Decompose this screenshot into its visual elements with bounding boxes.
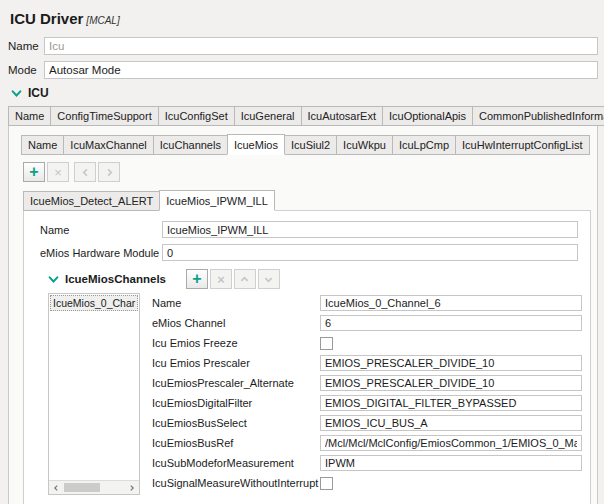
chevron-down-icon [264, 275, 273, 284]
tab-iculpcmp[interactable]: IcuLpCmp [392, 135, 456, 155]
emios-instance-panel: Name eMios Hardware Module IcueMiosChann… [23, 210, 591, 504]
signal-measure-without-interrupt-checkbox[interactable] [320, 477, 333, 490]
tab-name-l1[interactable]: Name [8, 106, 51, 126]
tab-icusiul2[interactable]: IcuSiul2 [284, 135, 337, 155]
add-channel-button[interactable]: + [186, 269, 208, 289]
digital-filter-label: IcuEmiosDigitalFilter [152, 397, 320, 409]
prescaler-alternate-row: IcuEmiosPrescaler_Alternate [152, 373, 582, 393]
add-button[interactable]: + [23, 162, 45, 182]
bus-ref-input[interactable] [320, 435, 582, 451]
delete-icon: × [54, 166, 62, 179]
icu-tab-content-panel: Name IcuMaxChannel IcuChannels IcueMios … [8, 125, 598, 504]
channels-toolbar: + × [186, 269, 280, 289]
digital-filter-row: IcuEmiosDigitalFilter [152, 393, 582, 413]
hscroll-track[interactable] [63, 481, 125, 494]
channel-name-label: Name [152, 297, 320, 309]
emios-channel-input[interactable] [320, 315, 582, 331]
icu-emios-prescaler-row: Icu Emios Prescaler [152, 353, 582, 373]
channel-list-items: IcueMios_0_Char [49, 294, 139, 480]
page-subtitle: [MCAL] [86, 15, 119, 26]
chevron-up-icon [240, 275, 249, 284]
emios-name-row: Name [40, 221, 578, 238]
digital-filter-input[interactable] [320, 395, 582, 411]
bus-ref-label: IcuEmiosBusRef [152, 437, 320, 449]
page-title: ICU Driver[MCAL] [8, 8, 600, 37]
tab-icuemios-ipwm-ill[interactable]: IcueMios_IPWM_ILL [159, 190, 274, 211]
scroll-right-icon[interactable] [125, 481, 139, 494]
tab-icuemios-detect-alert[interactable]: IcueMios_Detect_ALERT [23, 191, 160, 211]
bus-select-row: IcuEmiosBusSelect [152, 413, 582, 433]
move-down-button[interactable] [258, 269, 280, 289]
mode-row: Mode [8, 61, 598, 79]
prescaler-alternate-input[interactable] [320, 375, 582, 391]
channels-section-label: IcueMiosChannels [65, 273, 166, 285]
name-row: Name [8, 37, 598, 55]
delete-icon: × [217, 273, 225, 286]
name-input[interactable] [44, 37, 598, 55]
emios-name-label: Name [40, 224, 162, 236]
name-label: Name [8, 40, 44, 52]
icu-emios-prescaler-label: Icu Emios Prescaler [152, 357, 320, 369]
chevron-left-icon [81, 168, 90, 177]
icu-section-header: ICU [11, 86, 600, 100]
list-item[interactable]: IcueMios_0_Char [50, 295, 138, 311]
icu-driver-editor: ICU Driver[MCAL] Name Mode ICU Name Conf… [0, 0, 604, 504]
channels-section-header: IcueMiosChannels + × [48, 269, 584, 289]
channel-list: IcueMios_0_Char [48, 293, 140, 495]
tab-configtimesupport[interactable]: ConfigTimeSupport [50, 106, 158, 126]
signal-measure-without-interrupt-label: IcuSignalMeasureWithoutInterrupt [152, 477, 320, 489]
emios-hw-module-input[interactable] [162, 244, 578, 261]
tab-icuconfigset[interactable]: IcuConfigSet [158, 106, 235, 126]
mode-input[interactable] [44, 61, 598, 79]
emios-toolbar: + × [23, 162, 591, 182]
scroll-left-icon[interactable] [49, 481, 63, 494]
tab-icuautosarext[interactable]: IcuAutosarExt [301, 106, 383, 126]
delete-channel-button[interactable]: × [210, 269, 232, 289]
submode-row: IcuSubModeforMeasurement [152, 453, 582, 473]
emios-instance-tabs: IcueMios_Detect_ALERT IcueMios_IPWM_ILL [15, 190, 591, 211]
chevron-down-icon[interactable] [48, 274, 59, 285]
channel-name-row: Name [152, 293, 582, 313]
tab-icumaxchannel[interactable]: IcuMaxChannel [63, 135, 153, 155]
signal-measure-without-interrupt-row: IcuSignalMeasureWithoutInterrupt [152, 473, 582, 493]
tab-name-l2[interactable]: Name [21, 135, 64, 155]
delete-button[interactable]: × [47, 162, 69, 182]
plus-icon: + [29, 164, 38, 180]
bus-select-input[interactable] [320, 415, 582, 431]
channel-list-hscrollbar[interactable] [49, 480, 139, 494]
icu-emios-prescaler-input[interactable] [320, 355, 582, 371]
tab-icuwkpu[interactable]: IcuWkpu [336, 135, 393, 155]
tab-icugeneral[interactable]: IcuGeneral [234, 106, 302, 126]
submode-input[interactable] [320, 455, 582, 471]
next-button[interactable] [98, 162, 120, 182]
prev-button[interactable] [74, 162, 96, 182]
emios-channel-row: eMios Channel [152, 313, 582, 333]
icu-tabs-level2: Name IcuMaxChannel IcuChannels IcueMios … [15, 134, 591, 155]
tab-commonpublishedinformation[interactable]: CommonPublishedInformation [472, 106, 604, 126]
emios-hw-module-label: eMios Hardware Module [40, 247, 162, 259]
move-up-button[interactable] [234, 269, 256, 289]
submode-label: IcuSubModeforMeasurement [152, 457, 320, 469]
page-title-text: ICU Driver [10, 10, 83, 27]
prescaler-alternate-label: IcuEmiosPrescaler_Alternate [152, 377, 320, 389]
emios-hw-module-row: eMios Hardware Module [40, 244, 578, 261]
tab-icuhwinterruptconfiglist[interactable]: IcuHwInterruptConfigList [455, 135, 589, 155]
icu-emios-freeze-label: Icu Emios Freeze [152, 337, 320, 349]
channel-name-input[interactable] [320, 295, 582, 311]
tab-icuchannels[interactable]: IcuChannels [153, 135, 228, 155]
tab-icuemios[interactable]: IcueMios [227, 134, 285, 155]
mode-label: Mode [8, 64, 44, 76]
icu-emios-freeze-row: Icu Emios Freeze [152, 333, 582, 353]
chevron-down-icon[interactable] [11, 88, 22, 99]
hscroll-thumb[interactable] [64, 483, 100, 492]
tab-icuoptionalapis[interactable]: IcuOptionalApis [382, 106, 473, 126]
emios-name-input[interactable] [162, 221, 578, 238]
bus-ref-row: IcuEmiosBusRef [152, 433, 582, 453]
channel-form: Name eMios Channel Icu Emios Freeze Icu … [152, 293, 582, 495]
plus-icon: + [192, 271, 201, 287]
icu-emios-freeze-checkbox[interactable] [320, 337, 333, 350]
icu-tabs-level1: Name ConfigTimeSupport IcuConfigSet IcuG… [8, 106, 600, 126]
emios-channel-label: eMios Channel [152, 317, 320, 329]
icu-section-label: ICU [28, 86, 49, 100]
chevron-right-icon [105, 168, 114, 177]
